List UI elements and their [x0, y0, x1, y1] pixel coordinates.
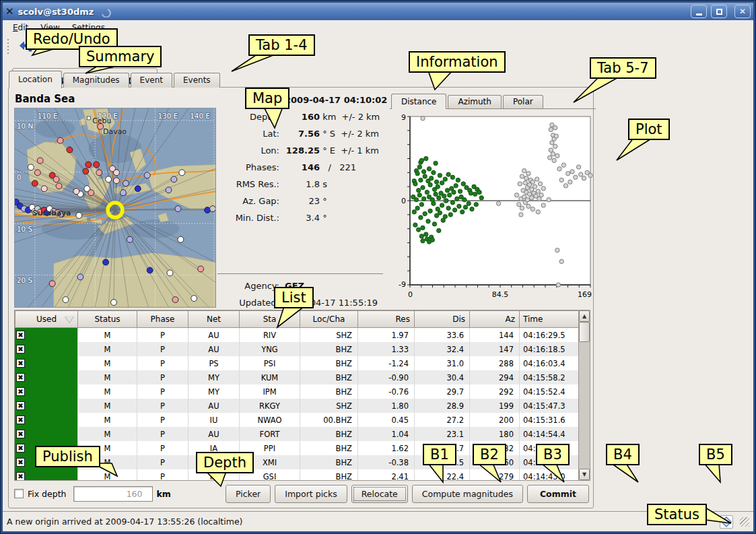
tab-location[interactable]: Location	[9, 71, 62, 88]
plot-point-used[interactable]	[428, 182, 432, 187]
plot-point-used[interactable]	[448, 193, 452, 197]
plot-point-used[interactable]	[428, 209, 432, 213]
plot-point-used[interactable]	[436, 185, 440, 189]
used-checkbox[interactable]: ✖	[16, 387, 25, 396]
arrival-row[interactable]: ✖ M P MY KUM BHZ -0.90 30.4 294 04:15:58…	[15, 370, 590, 385]
scroll-down-arrow-icon[interactable]: ▼	[579, 469, 590, 480]
station-marker[interactable]	[57, 137, 63, 143]
arrival-row[interactable]: ✖ M P IU NWAO 00.BHZ 0.45 27.2 200 04:15…	[15, 413, 590, 427]
tab-events[interactable]: Events	[174, 73, 220, 88]
station-marker[interactable]	[175, 206, 181, 212]
fix-depth-checkbox[interactable]	[14, 489, 24, 498]
plot-point-used[interactable]	[432, 222, 436, 226]
plot-point-used[interactable]	[448, 213, 452, 217]
station-marker[interactable]	[172, 297, 178, 303]
relocate-button[interactable]: Relocate	[351, 485, 408, 503]
station-marker[interactable]	[88, 190, 94, 196]
plot-point-unused[interactable]	[535, 177, 539, 181]
plot-point-unused[interactable]	[517, 202, 521, 206]
station-marker[interactable]	[96, 170, 102, 176]
plot-point-used[interactable]	[421, 197, 425, 201]
plot-point-unused[interactable]	[555, 248, 559, 252]
plot-point-unused[interactable]	[539, 193, 543, 197]
tab-distance[interactable]: Distance	[391, 94, 446, 109]
station-marker[interactable]	[205, 207, 211, 213]
plot-point-unused[interactable]	[523, 180, 527, 185]
col-header-time[interactable]: Time	[520, 310, 580, 328]
used-checkbox[interactable]: ✖	[16, 345, 25, 354]
plot-point-unused[interactable]	[520, 174, 524, 178]
plot-point-used[interactable]	[432, 201, 436, 205]
station-marker[interactable]	[77, 274, 83, 280]
plot-point-unused[interactable]	[551, 152, 555, 156]
depth-input[interactable]	[73, 486, 153, 502]
plot-point-used[interactable]	[452, 190, 456, 194]
import-picks-button[interactable]: Import picks	[275, 485, 347, 503]
col-header-loccha[interactable]: Loc/Cha	[300, 310, 358, 328]
plot-point-unused[interactable]	[568, 180, 572, 184]
plot-point-unused[interactable]	[496, 201, 500, 205]
plot-point-unused[interactable]	[561, 163, 565, 167]
station-marker[interactable]	[135, 186, 141, 192]
plot-point-unused[interactable]	[570, 170, 574, 174]
plot-point-unused[interactable]	[555, 154, 559, 158]
used-checkbox[interactable]: ✖	[16, 401, 25, 410]
station-marker[interactable]	[114, 170, 120, 176]
plot-point-unused[interactable]	[522, 168, 526, 172]
plot-point-used[interactable]	[413, 223, 417, 227]
scrollbar-thumb[interactable]	[579, 322, 590, 342]
plot-point-used[interactable]	[417, 193, 421, 197]
plot-point-unused[interactable]	[552, 158, 556, 162]
plot-point-used[interactable]	[421, 185, 425, 189]
station-marker[interactable]	[191, 296, 197, 302]
plot-point-used[interactable]	[421, 239, 425, 243]
plot-point-used[interactable]	[419, 178, 423, 182]
plot-point-used[interactable]	[462, 197, 467, 201]
plot-point-unused[interactable]	[574, 175, 578, 179]
plot-point-used[interactable]	[426, 219, 430, 223]
plot-point-used[interactable]	[419, 158, 423, 162]
station-marker[interactable]	[49, 281, 55, 287]
plot-point-used[interactable]	[440, 180, 444, 185]
plot-point-used[interactable]	[423, 174, 427, 178]
station-marker[interactable]	[178, 236, 184, 242]
plot-point-unused[interactable]	[553, 144, 557, 148]
commit-button[interactable]: Commit	[527, 485, 589, 503]
plot-point-unused[interactable]	[520, 206, 524, 210]
plot-point-used[interactable]	[455, 197, 459, 201]
tab-magnitudes[interactable]: Magnitudes	[63, 73, 129, 88]
plot-point-unused[interactable]	[530, 180, 535, 184]
plot-point-unused[interactable]	[554, 134, 558, 138]
plot-point-used[interactable]	[425, 190, 429, 194]
plot-point-used[interactable]	[412, 210, 416, 214]
close-button[interactable]: ✕	[734, 5, 751, 18]
plot-point-used[interactable]	[461, 182, 465, 186]
col-header-status[interactable]: Status	[78, 310, 137, 328]
station-marker[interactable]	[147, 267, 153, 273]
tab-azimuth[interactable]: Azimuth	[448, 95, 501, 108]
plot-point-used[interactable]	[414, 197, 418, 201]
station-marker[interactable]	[53, 176, 59, 182]
arrival-row[interactable]: ✖ M P AU FORT BHZ 1.04 23.1 180 04:14:54…	[15, 427, 590, 441]
station-marker[interactable]	[83, 168, 89, 174]
plot-point-used[interactable]	[419, 234, 423, 238]
table-scrollbar[interactable]: ▲ ▼	[578, 310, 590, 480]
plot-point-used[interactable]	[467, 201, 471, 205]
station-marker[interactable]	[167, 270, 173, 276]
compute-magnitudes-button[interactable]: Compute magnitudes	[412, 485, 523, 503]
plot-point-unused[interactable]	[536, 210, 540, 214]
plot-point-unused[interactable]	[530, 196, 534, 200]
plot-point-used[interactable]	[421, 170, 425, 174]
arrival-row[interactable]: ✖ M P AU RKGY SHZ 1.80 28.9 199 04:15:47…	[15, 399, 590, 413]
col-header-dis[interactable]: Dis	[415, 310, 470, 328]
col-header-sta[interactable]: Sta	[240, 310, 300, 328]
col-header-used[interactable]: Used	[15, 310, 78, 328]
plot-point-unused[interactable]	[556, 283, 560, 287]
station-marker[interactable]	[67, 147, 73, 153]
plot-point-unused[interactable]	[557, 167, 561, 171]
plot-point-used[interactable]	[445, 189, 449, 193]
plot-point-unused[interactable]	[536, 189, 540, 193]
plot-point-unused[interactable]	[547, 197, 551, 201]
plot-point-used[interactable]	[477, 190, 481, 194]
plot-point-used[interactable]	[417, 228, 421, 232]
